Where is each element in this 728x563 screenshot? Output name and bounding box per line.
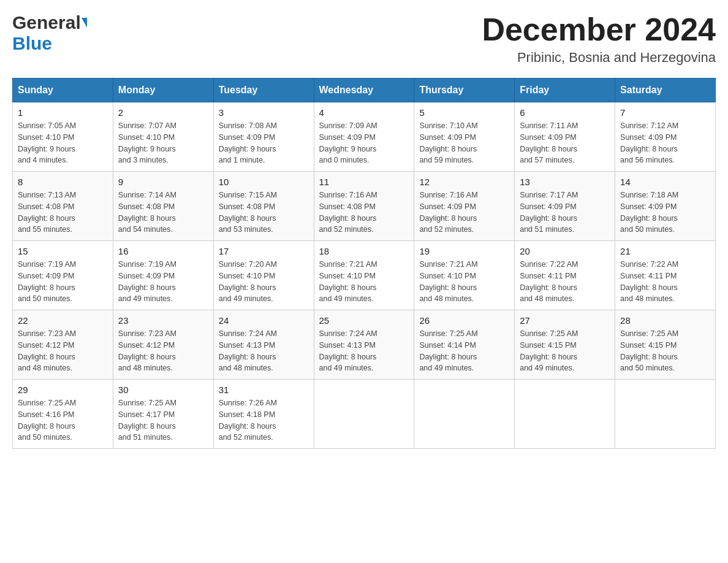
day-number: 31	[219, 385, 309, 395]
day-info: Sunrise: 7:22 AMSunset: 4:11 PMDaylight:…	[520, 259, 610, 305]
day-number: 21	[620, 246, 710, 256]
calendar-cell: 11Sunrise: 7:16 AMSunset: 4:08 PMDayligh…	[314, 172, 414, 241]
calendar-cell: 21Sunrise: 7:22 AMSunset: 4:11 PMDayligh…	[615, 241, 716, 310]
day-info: Sunrise: 7:25 AMSunset: 4:14 PMDaylight:…	[419, 328, 509, 374]
day-info: Sunrise: 7:14 AMSunset: 4:08 PMDaylight:…	[118, 190, 208, 236]
day-number: 4	[319, 107, 409, 118]
calendar-cell	[515, 380, 615, 449]
calendar-cell: 9Sunrise: 7:14 AMSunset: 4:08 PMDaylight…	[113, 172, 213, 241]
calendar-cell: 7Sunrise: 7:12 AMSunset: 4:09 PMDaylight…	[615, 102, 716, 172]
calendar-cell: 15Sunrise: 7:19 AMSunset: 4:09 PMDayligh…	[13, 241, 113, 310]
day-info: Sunrise: 7:26 AMSunset: 4:18 PMDaylight:…	[219, 397, 309, 443]
calendar-table: SundayMondayTuesdayWednesdayThursdayFrid…	[12, 78, 716, 449]
day-info: Sunrise: 7:19 AMSunset: 4:09 PMDaylight:…	[118, 259, 208, 305]
day-info: Sunrise: 7:20 AMSunset: 4:10 PMDaylight:…	[219, 259, 309, 305]
day-info: Sunrise: 7:10 AMSunset: 4:09 PMDaylight:…	[419, 120, 509, 166]
calendar-cell: 3Sunrise: 7:08 AMSunset: 4:09 PMDaylight…	[213, 102, 314, 172]
calendar-cell: 4Sunrise: 7:09 AMSunset: 4:09 PMDaylight…	[314, 102, 414, 172]
day-number: 13	[520, 177, 610, 187]
location-title: Pribinic, Bosnia and Herzegovina	[482, 50, 716, 66]
calendar-week-row: 22Sunrise: 7:23 AMSunset: 4:12 PMDayligh…	[13, 310, 716, 380]
day-number: 6	[520, 107, 610, 118]
day-info: Sunrise: 7:08 AMSunset: 4:09 PMDaylight:…	[219, 120, 309, 166]
logo-arrow-icon	[82, 18, 87, 28]
calendar-cell: 16Sunrise: 7:19 AMSunset: 4:09 PMDayligh…	[113, 241, 213, 310]
day-number: 28	[620, 315, 710, 326]
day-number: 5	[419, 107, 509, 118]
calendar-cell: 12Sunrise: 7:16 AMSunset: 4:09 PMDayligh…	[414, 172, 515, 241]
day-number: 9	[118, 177, 208, 187]
day-number: 26	[419, 315, 509, 326]
logo: General Blue	[12, 12, 87, 54]
calendar-cell	[314, 380, 414, 449]
calendar-cell: 10Sunrise: 7:15 AMSunset: 4:08 PMDayligh…	[213, 172, 314, 241]
day-number: 8	[18, 177, 108, 187]
calendar-cell: 28Sunrise: 7:25 AMSunset: 4:15 PMDayligh…	[615, 310, 716, 380]
day-number: 15	[18, 246, 108, 256]
day-info: Sunrise: 7:07 AMSunset: 4:10 PMDaylight:…	[118, 120, 208, 166]
day-number: 2	[118, 107, 208, 118]
day-number: 23	[118, 315, 208, 326]
day-number: 29	[18, 385, 108, 395]
day-info: Sunrise: 7:23 AMSunset: 4:12 PMDaylight:…	[118, 328, 208, 374]
day-info: Sunrise: 7:16 AMSunset: 4:09 PMDaylight:…	[419, 190, 509, 236]
calendar-cell: 27Sunrise: 7:25 AMSunset: 4:15 PMDayligh…	[515, 310, 615, 380]
day-number: 18	[319, 246, 409, 256]
day-info: Sunrise: 7:09 AMSunset: 4:09 PMDaylight:…	[319, 120, 409, 166]
calendar-cell: 1Sunrise: 7:05 AMSunset: 4:10 PMDaylight…	[13, 102, 113, 172]
calendar-cell: 25Sunrise: 7:24 AMSunset: 4:13 PMDayligh…	[314, 310, 414, 380]
day-info: Sunrise: 7:25 AMSunset: 4:15 PMDaylight:…	[620, 328, 710, 374]
day-info: Sunrise: 7:13 AMSunset: 4:08 PMDaylight:…	[18, 190, 108, 236]
calendar-cell: 29Sunrise: 7:25 AMSunset: 4:16 PMDayligh…	[13, 380, 113, 449]
day-info: Sunrise: 7:24 AMSunset: 4:13 PMDaylight:…	[219, 328, 309, 374]
day-info: Sunrise: 7:11 AMSunset: 4:09 PMDaylight:…	[520, 120, 610, 166]
day-info: Sunrise: 7:15 AMSunset: 4:08 PMDaylight:…	[219, 190, 309, 236]
day-info: Sunrise: 7:25 AMSunset: 4:17 PMDaylight:…	[118, 397, 208, 443]
calendar-cell: 17Sunrise: 7:20 AMSunset: 4:10 PMDayligh…	[213, 241, 314, 310]
calendar-cell: 2Sunrise: 7:07 AMSunset: 4:10 PMDaylight…	[113, 102, 213, 172]
calendar-cell: 18Sunrise: 7:21 AMSunset: 4:10 PMDayligh…	[314, 241, 414, 310]
day-info: Sunrise: 7:23 AMSunset: 4:12 PMDaylight:…	[18, 328, 108, 374]
day-info: Sunrise: 7:12 AMSunset: 4:09 PMDaylight:…	[620, 120, 710, 166]
day-info: Sunrise: 7:22 AMSunset: 4:11 PMDaylight:…	[620, 259, 710, 305]
day-info: Sunrise: 7:18 AMSunset: 4:09 PMDaylight:…	[620, 190, 710, 236]
calendar-cell: 19Sunrise: 7:21 AMSunset: 4:10 PMDayligh…	[414, 241, 515, 310]
calendar-cell: 5Sunrise: 7:10 AMSunset: 4:09 PMDaylight…	[414, 102, 515, 172]
day-number: 27	[520, 315, 610, 326]
calendar-week-row: 15Sunrise: 7:19 AMSunset: 4:09 PMDayligh…	[13, 241, 716, 310]
calendar-cell: 30Sunrise: 7:25 AMSunset: 4:17 PMDayligh…	[113, 380, 213, 449]
logo-blue-text: Blue	[12, 33, 52, 54]
calendar-cell: 20Sunrise: 7:22 AMSunset: 4:11 PMDayligh…	[515, 241, 615, 310]
month-title: December 2024	[482, 12, 716, 47]
column-header-tuesday: Tuesday	[213, 79, 314, 102]
day-number: 22	[18, 315, 108, 326]
day-info: Sunrise: 7:05 AMSunset: 4:10 PMDaylight:…	[18, 120, 108, 166]
calendar-cell	[615, 380, 716, 449]
calendar-cell: 22Sunrise: 7:23 AMSunset: 4:12 PMDayligh…	[13, 310, 113, 380]
day-number: 30	[118, 385, 208, 395]
column-header-friday: Friday	[515, 79, 615, 102]
calendar-cell: 24Sunrise: 7:24 AMSunset: 4:13 PMDayligh…	[213, 310, 314, 380]
day-info: Sunrise: 7:21 AMSunset: 4:10 PMDaylight:…	[419, 259, 509, 305]
column-header-sunday: Sunday	[13, 79, 113, 102]
day-info: Sunrise: 7:25 AMSunset: 4:15 PMDaylight:…	[520, 328, 610, 374]
day-number: 25	[319, 315, 409, 326]
calendar-cell: 14Sunrise: 7:18 AMSunset: 4:09 PMDayligh…	[615, 172, 716, 241]
day-number: 24	[219, 315, 309, 326]
calendar-cell: 8Sunrise: 7:13 AMSunset: 4:08 PMDaylight…	[13, 172, 113, 241]
day-number: 16	[118, 246, 208, 256]
day-number: 17	[219, 246, 309, 256]
day-number: 10	[219, 177, 309, 187]
day-number: 11	[319, 177, 409, 187]
title-block: December 2024 Pribinic, Bosnia and Herze…	[482, 12, 716, 66]
day-info: Sunrise: 7:19 AMSunset: 4:09 PMDaylight:…	[18, 259, 108, 305]
day-number: 19	[419, 246, 509, 256]
day-number: 3	[219, 107, 309, 118]
day-number: 12	[419, 177, 509, 187]
page-header: General Blue December 2024 Pribinic, Bos…	[12, 12, 716, 66]
day-info: Sunrise: 7:16 AMSunset: 4:08 PMDaylight:…	[319, 190, 409, 236]
calendar-week-row: 29Sunrise: 7:25 AMSunset: 4:16 PMDayligh…	[13, 380, 716, 449]
calendar-header-row: SundayMondayTuesdayWednesdayThursdayFrid…	[13, 79, 716, 102]
day-info: Sunrise: 7:21 AMSunset: 4:10 PMDaylight:…	[319, 259, 409, 305]
column-header-monday: Monday	[113, 79, 213, 102]
